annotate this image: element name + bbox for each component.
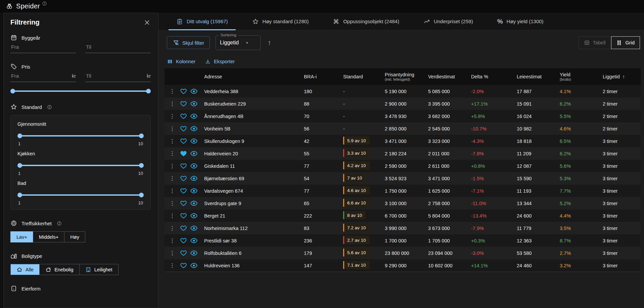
tab-oppussingsobjekt[interactable]: Oppussingsobjekt (2484) bbox=[325, 13, 407, 30]
kjokken-range-slider[interactable] bbox=[18, 163, 143, 168]
view-listing-button[interactable] bbox=[190, 187, 204, 195]
row-menu-button[interactable] bbox=[165, 101, 180, 107]
column-header-adresse[interactable]: Adresse bbox=[204, 74, 304, 80]
sort-select[interactable]: Sortering Liggetid ▾ bbox=[216, 35, 261, 50]
view-listing-button[interactable] bbox=[190, 162, 204, 170]
favorite-button[interactable] bbox=[180, 249, 190, 257]
pris-slider-max-handle[interactable] bbox=[146, 89, 151, 93]
table-row[interactable]: Vardalsvegen 674774.6 av 101 750 0001 62… bbox=[165, 185, 641, 197]
eksporter-button[interactable]: Eksporter bbox=[205, 59, 235, 65]
view-listing-button[interactable] bbox=[190, 137, 204, 145]
favorite-button[interactable] bbox=[180, 100, 190, 107]
pris-fra-input[interactable] bbox=[10, 73, 70, 79]
view-listing-button[interactable] bbox=[190, 199, 204, 207]
table-row[interactable]: Buskerudveien 22988-2 900 0003 395 000+1… bbox=[165, 98, 641, 110]
byggear-fra-input[interactable] bbox=[10, 44, 76, 50]
table-row[interactable]: Vedderheia 388180-5 190 0005 085 000-2.0… bbox=[165, 85, 641, 98]
view-listing-button[interactable] bbox=[190, 125, 204, 132]
row-menu-button[interactable] bbox=[165, 138, 180, 145]
treffsikkerhet-option-hoy[interactable]: Høy bbox=[64, 231, 85, 242]
favorite-button[interactable] bbox=[180, 162, 190, 169]
gjennomsnitt-min-handle[interactable] bbox=[17, 133, 22, 138]
row-menu-button[interactable] bbox=[165, 250, 180, 257]
info-icon[interactable] bbox=[42, 1, 47, 6]
view-listing-button[interactable] bbox=[190, 150, 204, 157]
sort-direction-button[interactable]: ↑ bbox=[266, 39, 273, 47]
byggear-fra-field[interactable] bbox=[10, 44, 76, 53]
pris-til-input[interactable] bbox=[85, 73, 145, 79]
column-header-bra-i[interactable]: BRA-i bbox=[304, 74, 343, 80]
kjokken-min-handle[interactable] bbox=[17, 163, 22, 168]
favorite-button[interactable] bbox=[180, 262, 190, 269]
tab-h-y-yield[interactable]: %Høy yield (1300) bbox=[490, 13, 551, 30]
favorite-button[interactable] bbox=[180, 237, 190, 244]
row-menu-button[interactable] bbox=[165, 163, 180, 169]
gjennomsnitt-range-slider[interactable] bbox=[18, 133, 143, 138]
table-row[interactable]: Haldenveien 20553.3 av 102 180 2242 011 … bbox=[165, 147, 641, 160]
tab-h-y-standard[interactable]: Høy standard (1280) bbox=[244, 13, 317, 30]
view-table-button[interactable]: Tabell bbox=[579, 36, 611, 49]
favorite-button[interactable] bbox=[180, 225, 190, 232]
treffsikkerhet-option-middels[interactable]: Middels+ bbox=[33, 231, 64, 242]
view-listing-button[interactable] bbox=[190, 212, 204, 220]
kjokken-max-handle[interactable] bbox=[139, 163, 144, 168]
favorite-button[interactable] bbox=[180, 138, 190, 145]
table-row[interactable]: Bjørnebærstien 69547 av 103 524 9233 471… bbox=[165, 172, 641, 185]
view-grid-button[interactable]: Grid bbox=[611, 36, 640, 49]
table-row[interactable]: Norheimsmarka 112837.2 av 103 990 0003 6… bbox=[165, 222, 641, 234]
favorite-button[interactable] bbox=[180, 175, 190, 182]
bad-range-slider[interactable] bbox=[18, 193, 143, 197]
favorite-button[interactable] bbox=[180, 200, 190, 207]
boligtype-option-alle[interactable]: Alle bbox=[10, 264, 40, 275]
table-row[interactable]: Sverdrups gate 9656.6 av 103 100 0002 75… bbox=[165, 197, 641, 209]
table-row[interactable]: Ånnerudhagen 4B70-3 478 9303 682 000+5.8… bbox=[165, 110, 641, 122]
row-menu-button[interactable] bbox=[165, 213, 180, 219]
boligtype-option-enebolig[interactable]: Enebolig bbox=[39, 264, 79, 275]
tab-underpriset[interactable]: Underpriset (259) bbox=[416, 13, 481, 30]
column-header-delta[interactable]: Delta % bbox=[471, 74, 517, 80]
row-menu-button[interactable] bbox=[165, 175, 180, 182]
view-listing-button[interactable] bbox=[190, 237, 204, 244]
favorite-button[interactable] bbox=[180, 150, 190, 157]
boligtype-option-leilighet[interactable]: Leilighet bbox=[79, 264, 119, 275]
hide-filter-button[interactable]: Skjul filter bbox=[167, 36, 210, 49]
byggear-til-field[interactable] bbox=[85, 44, 151, 53]
favorite-button[interactable] bbox=[180, 125, 190, 132]
gjennomsnitt-max-handle[interactable] bbox=[139, 133, 144, 138]
table-row[interactable]: Giskedalen 11774.2 av 102 590 0002 611 0… bbox=[165, 160, 641, 172]
column-header-standard[interactable]: Standard bbox=[343, 74, 385, 80]
pris-slider-min-handle[interactable] bbox=[10, 89, 15, 93]
favorite-button[interactable] bbox=[180, 187, 190, 194]
row-menu-button[interactable] bbox=[165, 150, 180, 157]
row-menu-button[interactable] bbox=[165, 225, 180, 232]
byggear-til-input[interactable] bbox=[85, 44, 151, 50]
favorite-button[interactable] bbox=[180, 113, 190, 120]
row-menu-button[interactable] bbox=[165, 262, 180, 269]
row-menu-button[interactable] bbox=[165, 113, 180, 120]
table-row[interactable]: Vonheim 5B56-2 850 0002 545 000-10.7%10 … bbox=[165, 122, 641, 135]
kolonner-button[interactable]: Kolonner bbox=[167, 59, 195, 65]
close-filter-button[interactable] bbox=[143, 19, 151, 26]
view-listing-button[interactable] bbox=[190, 249, 204, 257]
row-menu-button[interactable] bbox=[165, 188, 180, 194]
pris-range-slider[interactable] bbox=[11, 89, 150, 93]
treffsikkerhet-option-lav[interactable]: Lav+ bbox=[10, 231, 33, 242]
favorite-button[interactable] bbox=[180, 88, 190, 95]
table-row[interactable]: Huldreveien 1361477.1 av 109 290 00010 6… bbox=[165, 259, 641, 272]
table-row[interactable]: Skullerudskogen 9425.9 av 103 471 0003 3… bbox=[165, 135, 641, 147]
row-menu-button[interactable] bbox=[165, 237, 180, 244]
view-listing-button[interactable] bbox=[190, 87, 204, 95]
column-header-prisantydning[interactable]: Prisantydning(inkl. fellesgjeld) bbox=[385, 72, 428, 82]
pris-til-field[interactable]: kr bbox=[85, 73, 151, 82]
bad-max-handle[interactable] bbox=[139, 193, 144, 197]
row-menu-button[interactable] bbox=[165, 88, 180, 95]
row-menu-button[interactable] bbox=[165, 125, 180, 132]
pris-fra-field[interactable]: kr bbox=[10, 73, 76, 82]
table-row[interactable]: Rolfsbuktalléen 61795.6 av 1023 800 0002… bbox=[165, 247, 641, 259]
favorite-button[interactable] bbox=[180, 212, 190, 219]
column-header-leieestimat[interactable]: Leieestimat bbox=[517, 74, 560, 80]
view-listing-button[interactable] bbox=[190, 262, 204, 269]
view-listing-button[interactable] bbox=[190, 224, 204, 232]
bad-min-handle[interactable] bbox=[17, 193, 22, 197]
column-header-yield[interactable]: Yield(brutto) bbox=[560, 72, 603, 82]
